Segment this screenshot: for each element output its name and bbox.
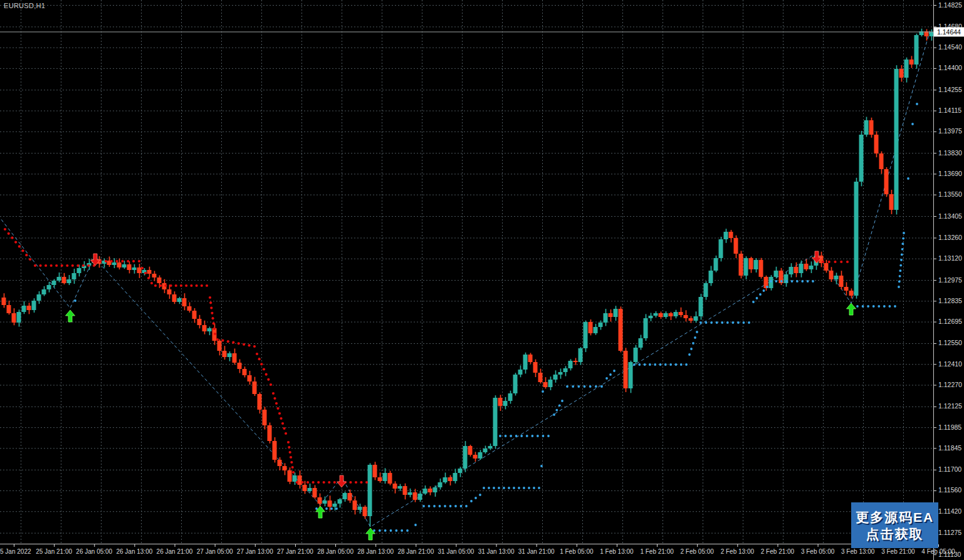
candle (574, 358, 578, 365)
candle (418, 491, 422, 502)
candle (804, 259, 809, 271)
candle (498, 395, 503, 411)
indicator-dot (301, 481, 303, 484)
candle-body (57, 277, 61, 281)
candle (177, 297, 182, 304)
indicator-dot (752, 301, 755, 303)
indicator-dot (785, 280, 788, 283)
time-axis-label: 31 Jan 05:00 (438, 548, 474, 555)
candle-body (122, 264, 127, 267)
indicator-dot (185, 284, 187, 287)
candle-body (228, 353, 232, 357)
indicator-dot (141, 267, 144, 269)
candle-body (563, 368, 568, 372)
candle (834, 272, 839, 284)
candle (243, 366, 247, 377)
indicator-dot (721, 321, 723, 324)
candle (378, 472, 382, 482)
candle-body (217, 341, 222, 351)
price-axis-label: 1.13690 (938, 170, 962, 177)
watermark-ad-link[interactable]: 更多源码EA 点击获取 (851, 502, 938, 548)
candle (488, 443, 493, 450)
candle (558, 368, 563, 378)
indicator-dot (688, 353, 691, 356)
indicator-dot (899, 269, 902, 272)
candle (228, 351, 232, 361)
price-axis-label: 1.11420 (938, 507, 961, 515)
indicator-dot (834, 261, 836, 263)
candle-body (614, 309, 618, 317)
indicator-dot (828, 261, 830, 263)
indicator-dot (121, 260, 123, 262)
price-axis-label: 1.12835 (938, 297, 962, 304)
candle (689, 316, 693, 323)
candle (42, 286, 46, 296)
candle (769, 275, 773, 291)
candle (899, 65, 904, 81)
candle (684, 310, 688, 321)
candle (478, 450, 483, 460)
candle (764, 276, 768, 291)
candle-body (594, 327, 598, 333)
candle-body (619, 309, 623, 351)
time-axis-label: 31 Jan 21:00 (518, 548, 555, 555)
indicator-dot (696, 331, 698, 333)
candle (72, 269, 76, 284)
candle-body (12, 313, 16, 323)
time-axis-label: 2 Feb 13:00 (721, 548, 755, 555)
price-axis-label: 1.14115 (938, 106, 961, 114)
indicator-dot (488, 487, 490, 489)
price-chart-canvas[interactable]: 1.148251.146801.145401.144001.142551.141… (0, 0, 964, 560)
candle (233, 348, 237, 365)
indicator-dot (911, 123, 914, 125)
candle (704, 281, 708, 300)
mt4-chart-window: EURUSD,H1 1.148251.146801.145401.144001.… (0, 0, 964, 560)
indicator-dot (444, 505, 446, 507)
candle (423, 485, 427, 495)
indicator-dot (296, 481, 298, 484)
indicator-dot (243, 343, 245, 346)
candle (192, 308, 197, 323)
indicator-dot (465, 505, 468, 507)
indicator-dot (584, 385, 586, 388)
candle-body (147, 270, 152, 274)
candle-body (664, 313, 668, 317)
candle (649, 313, 653, 321)
indicator-dot (270, 383, 272, 386)
indicator-dot (290, 456, 292, 459)
indicator-dot (180, 284, 182, 287)
candle-body (894, 69, 899, 210)
indicator-dot (267, 378, 270, 381)
candle-body (117, 262, 122, 267)
time-axis-label: 1 Feb 21:00 (640, 548, 674, 555)
indicator-dot (526, 435, 528, 437)
candle (619, 306, 623, 352)
indicator-dot (248, 344, 250, 346)
candle-body (293, 475, 297, 482)
candle (288, 467, 292, 484)
indicator-dot (213, 328, 216, 330)
candle-body (654, 313, 658, 316)
candle-body (223, 351, 227, 357)
indicator-dot (510, 435, 512, 437)
candle (664, 311, 668, 319)
indicator-dot (862, 305, 864, 308)
indicator-dot (150, 282, 153, 284)
indicator-dot (76, 264, 79, 267)
candle (493, 395, 498, 449)
candle-body (769, 277, 773, 288)
indicator-dot (901, 254, 903, 256)
indicator-dot (428, 505, 431, 507)
indicator-dot (406, 529, 409, 532)
candle (553, 370, 558, 383)
indicator-dot (87, 264, 90, 267)
candle-body (503, 401, 508, 406)
candle-body (348, 493, 352, 500)
candle-body (263, 410, 267, 425)
candle-body (478, 452, 483, 459)
indicator-dot (11, 237, 13, 239)
candle-body (152, 274, 157, 277)
candle (2, 293, 6, 308)
candle (824, 260, 829, 273)
indicator-dot (61, 264, 63, 267)
